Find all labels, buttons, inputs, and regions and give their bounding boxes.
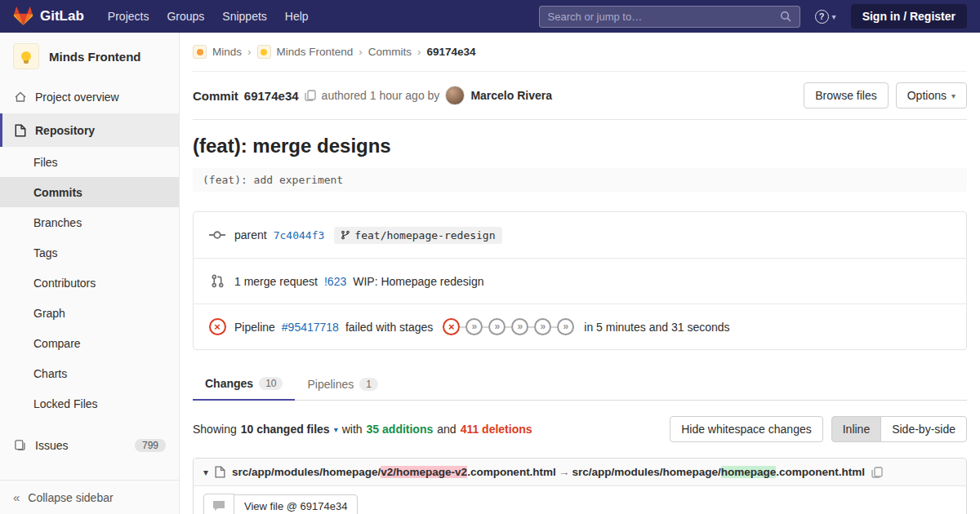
old-path-prefix: src/app/modules/homepage/ [232, 466, 381, 478]
sidebar-nav: Project overview Repository Files Commit… [0, 80, 179, 462]
sign-in-button[interactable]: Sign in / Register [851, 4, 967, 29]
repository-icon [13, 124, 27, 137]
pipeline-status-text: failed with stages [345, 321, 433, 334]
pipeline-stage-skipped-icon[interactable]: » [511, 318, 528, 335]
sidebar-item-issues[interactable]: Issues 799 [0, 428, 179, 462]
pipeline-stage-skipped-icon[interactable]: » [466, 318, 483, 335]
chevron-down-icon: ▾ [832, 12, 836, 21]
copy-path-icon[interactable] [871, 467, 883, 478]
pipeline-stage-skipped-icon[interactable]: » [557, 318, 574, 335]
sidebar-label-project-overview: Project overview [35, 91, 119, 104]
search-icon [780, 11, 791, 22]
main-content: Minds › Minds Frontend › Commits › 69174… [180, 33, 980, 514]
sidebar-item-repository[interactable]: Repository [0, 113, 179, 147]
breadcrumb-project-link[interactable]: Minds Frontend [277, 46, 354, 58]
sidebar-item-contributors[interactable]: Contributors [0, 268, 179, 298]
commit-tabs: Changes 10 Pipelines 1 [193, 368, 967, 401]
sidebar-item-branches[interactable]: Branches [0, 207, 179, 237]
view-file-button[interactable]: View file @ 69174e34 [234, 494, 358, 514]
top-navbar: GitLab Projects Groups Snippets Help ? ▾… [0, 0, 980, 33]
tab-changes[interactable]: Changes 10 [193, 368, 295, 401]
options-dropdown-button[interactable]: Options ▾ [896, 82, 967, 109]
lightbulb-icon [21, 51, 31, 61]
browse-files-button[interactable]: Browse files [804, 82, 888, 109]
additions-count: 35 additions [367, 423, 434, 436]
inline-view-button[interactable]: Inline [831, 416, 881, 442]
pipeline-stage-failed-icon[interactable]: × [443, 318, 460, 335]
rename-arrow: → [556, 466, 572, 478]
diff-summary-bar: Showing 10 changed files ▾ with 35 addit… [193, 416, 967, 442]
gitlab-home-link[interactable]: GitLab [13, 7, 84, 26]
merge-request-count-text: 1 merge request [234, 275, 318, 288]
toggle-comments-button[interactable] [203, 494, 234, 514]
options-label: Options [907, 89, 947, 102]
breadcrumb-group-link[interactable]: Minds [212, 46, 242, 58]
side-by-side-view-button[interactable]: Side-by-side [880, 416, 967, 442]
merge-request-icon [207, 274, 228, 288]
pipeline-stage-skipped-icon[interactable]: » [488, 318, 506, 335]
chevron-down-icon[interactable]: ▾ [334, 425, 338, 434]
question-icon: ? [815, 10, 829, 24]
search-input[interactable] [548, 11, 780, 23]
group-avatar-icon [193, 45, 207, 59]
breadcrumb-current-sha: 69174e34 [427, 46, 476, 58]
author-avatar[interactable] [445, 86, 465, 105]
sidebar-item-locked-files[interactable]: Locked Files [0, 388, 179, 419]
gitlab-tanuki-icon [13, 7, 33, 26]
collapse-sidebar-label: Collapse sidebar [28, 491, 113, 504]
breadcrumb-separator: › [359, 46, 363, 58]
file-diff-header[interactable]: ▾ src/app/modules/homepage/v2/homepage-v… [194, 459, 966, 485]
pipeline-stage-skipped-icon[interactable]: » [534, 318, 551, 335]
commit-description: (feat): add experiment [193, 168, 967, 192]
pipeline-id-link[interactable]: #95417718 [282, 321, 339, 334]
commit-icon [207, 227, 228, 243]
parent-sha-link[interactable]: 7c4044f3 [274, 229, 325, 241]
parent-label: parent [234, 228, 267, 241]
copy-sha-icon[interactable] [305, 90, 316, 101]
collapse-sidebar-button[interactable]: « Collapse sidebar [0, 480, 179, 514]
file-diff-card: ▾ src/app/modules/homepage/v2/homepage-v… [193, 458, 967, 514]
breadcrumb-separator: › [417, 46, 421, 58]
branch-icon [341, 229, 350, 241]
nav-projects[interactable]: Projects [99, 10, 158, 23]
project-name: Minds Frontend [49, 50, 141, 64]
sidebar-item-files[interactable]: Files [0, 147, 179, 177]
project-avatar-icon [257, 45, 271, 59]
sidebar-item-tags[interactable]: Tags [0, 237, 179, 268]
merge-request-row: 1 merge request !623 WIP: Homepage redes… [194, 258, 966, 304]
commit-sha: 69174e34 [244, 89, 299, 103]
sidebar-item-compare[interactable]: Compare [0, 328, 179, 358]
breadcrumb-commits-link[interactable]: Commits [368, 46, 412, 58]
merge-request-link[interactable]: !623 [324, 275, 346, 288]
breadcrumb: Minds › Minds Frontend › Commits › 69174… [193, 33, 967, 72]
hide-whitespace-button[interactable]: Hide whitespace changes [670, 416, 823, 442]
nav-snippets[interactable]: Snippets [213, 10, 275, 23]
pipeline-duration: in 5 minutes and 31 seconds [584, 321, 729, 334]
deletions-count: 411 deletions [461, 423, 532, 436]
sidebar-item-commits[interactable]: Commits [0, 177, 179, 207]
nav-groups[interactable]: Groups [158, 10, 213, 23]
author-name-link[interactable]: Marcelo Rivera [470, 89, 552, 102]
issues-count-badge: 799 [135, 439, 166, 452]
project-context-link[interactable]: Minds Frontend [0, 33, 179, 80]
collapse-chevrons-icon: « [13, 490, 20, 504]
sidebar-item-project-overview[interactable]: Project overview [0, 80, 179, 113]
sidebar-item-graph[interactable]: Graph [0, 298, 179, 328]
pipelines-count-badge: 1 [359, 378, 378, 391]
tab-pipelines-label: Pipelines [307, 378, 354, 391]
branch-ref-badge[interactable]: feat/homepage-redesign [334, 227, 501, 244]
sidebar-item-charts[interactable]: Charts [0, 358, 179, 388]
help-dropdown[interactable]: ? ▾ [815, 10, 836, 24]
project-sidebar: Minds Frontend Project overview Reposito… [0, 33, 180, 514]
tab-pipelines[interactable]: Pipelines 1 [295, 368, 390, 400]
commit-title: (feat): merge designs [193, 135, 967, 157]
nav-help[interactable]: Help [276, 10, 318, 23]
search-box[interactable] [539, 6, 800, 28]
file-icon [215, 466, 225, 478]
old-path-suffix: .component.html [467, 466, 556, 478]
changed-files-dropdown[interactable]: 10 changed files [241, 423, 330, 436]
collapse-diff-caret-icon[interactable]: ▾ [203, 467, 208, 478]
new-path-highlight: homepage [721, 466, 777, 478]
home-icon [13, 91, 27, 104]
new-path-suffix: .component.html [776, 466, 865, 478]
